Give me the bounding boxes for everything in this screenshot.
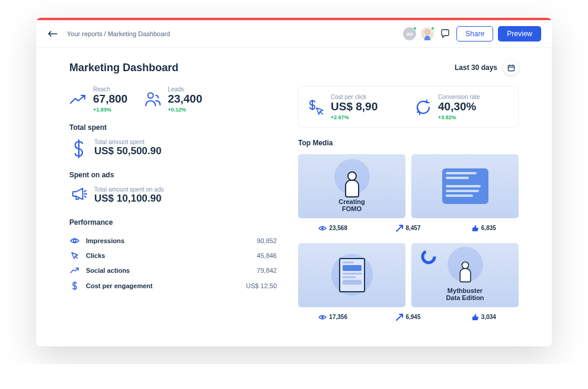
blob-icon: [331, 254, 373, 295]
svg-point-6: [321, 316, 324, 318]
page-title: Marketing Dashboard: [69, 62, 178, 74]
stat-value: 17,356: [329, 314, 347, 320]
chat-button[interactable]: [439, 27, 452, 40]
dollar-cursor-icon: [307, 98, 325, 116]
status-dot-icon: [413, 27, 417, 30]
header-right: AK Share Preview: [403, 26, 541, 42]
perf-label: Clicks: [86, 252, 251, 259]
media-block-1: Creating FOMO 23,568 8,457: [298, 154, 519, 234]
person-illustration-icon: [342, 171, 362, 201]
stat-value: 23,568: [329, 225, 347, 231]
section-spent-ads-title: Spent on ads: [69, 171, 277, 179]
person-illustration-icon: [457, 262, 473, 285]
spent-ads-block: Total amount spent on ads US$ 10,100.90: [69, 186, 277, 206]
performance-list: Impressions 90,852 Clicks 45,846 Social …: [69, 234, 277, 294]
svg-rect-1: [508, 65, 514, 71]
metrics-right: Cost per click US$ 8,90 +2.67% Conversio…: [298, 86, 519, 128]
eye-icon: [318, 225, 327, 231]
spent-value: US$ 50,500.90: [94, 145, 161, 157]
avatar-user-2[interactable]: [421, 27, 434, 40]
metric-conversion: Conversion rate 40,30% +3.82%: [414, 94, 510, 120]
metric-change: +2.67%: [331, 114, 378, 120]
right-column: Cost per click US$ 8,90 +2.67% Conversio…: [298, 86, 519, 332]
breadcrumb-root[interactable]: Your reports: [67, 30, 103, 37]
perf-label: Social actions: [86, 267, 251, 274]
perf-row-clicks: Clicks 45,846: [69, 248, 277, 263]
svg-point-5: [423, 251, 434, 263]
media-block-2: Mythbuster Data Edition 17,356 6,945 3,0…: [298, 243, 519, 323]
metric-cpc: Cost per click US$ 8,90 +2.67%: [307, 94, 402, 120]
spent-ads-value: US$ 10,100.90: [94, 193, 164, 205]
stat-value: 3,034: [481, 314, 496, 320]
media-stats: 23,568 8,457 6,835: [298, 223, 519, 234]
dollar-small-icon: [69, 281, 80, 291]
spent-ads-label: Total amount spent on ads: [94, 186, 164, 193]
columns: Reach 67,800 +1.83% Leads 23,400 +0.12%: [69, 86, 519, 332]
stat-value: 6,835: [481, 225, 496, 231]
media-card[interactable]: [411, 154, 519, 218]
left-column: Reach 67,800 +1.83% Leads 23,400 +0.12%: [69, 86, 277, 332]
svg-point-2: [148, 93, 154, 98]
megaphone-icon: [71, 186, 87, 206]
breadcrumb: Your reports / Marketing Dashboard: [67, 30, 395, 37]
arrow-left-icon: [48, 31, 57, 37]
metrics-left: Reach 67,800 +1.83% Leads 23,400 +0.12%: [69, 86, 277, 113]
perf-value: 79,842: [257, 267, 277, 274]
period-selector[interactable]: Last 30 days: [455, 60, 519, 75]
calendar-icon: [507, 64, 515, 72]
total-spent-block: Total amount spent US$ 50,500.90: [69, 139, 277, 159]
metric-change: +0.12%: [168, 107, 202, 113]
back-button[interactable]: [47, 28, 59, 40]
breadcrumb-page[interactable]: Marketing Dashboard: [108, 30, 170, 37]
media-cards: Creating FOMO: [298, 154, 519, 218]
donut-chart-icon: [421, 249, 436, 264]
perf-row-cpe: Cost per engagement US$ 12,50: [69, 278, 277, 294]
metric-change: +3.82%: [438, 114, 480, 120]
metric-label: Cost per click: [331, 94, 378, 100]
avatar-initials: AK: [407, 31, 414, 37]
metric-label: Reach: [93, 86, 127, 93]
share-arrow-icon: [396, 225, 403, 232]
perf-row-social: Social actions 79,842: [69, 263, 277, 278]
metric-change: +1.83%: [93, 107, 127, 113]
eye-icon: [69, 237, 80, 244]
media-stat-views: 23,568: [298, 223, 368, 234]
metric-value: US$ 8,90: [331, 101, 378, 113]
media-card[interactable]: Mythbuster Data Edition: [411, 243, 519, 307]
preview-button[interactable]: Preview: [498, 26, 541, 42]
share-button[interactable]: Share: [456, 26, 493, 42]
perf-value: 45,846: [257, 252, 277, 259]
title-row: Marketing Dashboard Last 30 days: [69, 60, 519, 75]
metric-label: Conversion rate: [438, 94, 480, 100]
content-area: Marketing Dashboard Last 30 days Rea: [36, 48, 552, 346]
media-stat-likes: 6,835: [449, 223, 519, 234]
thumbs-up-icon: [472, 314, 479, 321]
media-stat-views: 17,356: [298, 312, 368, 323]
media-stat-shares: 8,457: [373, 223, 443, 234]
media-card[interactable]: Creating FOMO: [298, 154, 405, 218]
spent-label: Total amount spent: [94, 139, 161, 145]
trend-up-icon: [69, 91, 87, 109]
metric-value: 23,400: [168, 93, 202, 106]
header-bar: Your reports / Marketing Dashboard AK Sh…: [36, 20, 552, 48]
metric-reach: Reach 67,800 +1.83%: [69, 86, 127, 113]
perf-value: 90,852: [257, 237, 277, 244]
media-stats: 17,356 6,945 3,034: [298, 312, 519, 323]
avatar-user-1[interactable]: AK: [403, 27, 416, 40]
metric-value: 40,30%: [438, 101, 480, 113]
cursor-icon: [69, 251, 80, 260]
refresh-icon: [414, 98, 432, 116]
metric-label: Leads: [168, 86, 202, 93]
calendar-button[interactable]: [503, 60, 519, 75]
media-cards: Mythbuster Data Edition: [298, 243, 519, 307]
media-card[interactable]: [298, 243, 405, 307]
svg-point-3: [74, 240, 76, 242]
metric-value: 67,800: [93, 93, 127, 106]
stat-value: 6,945: [405, 314, 420, 320]
eye-icon: [318, 314, 327, 320]
status-dot-icon: [431, 27, 434, 30]
perf-label: Cost per engagement: [86, 282, 240, 289]
perf-value: US$ 12,50: [246, 282, 277, 289]
trend-icon: [69, 267, 80, 273]
section-performance-title: Performance: [69, 218, 277, 227]
